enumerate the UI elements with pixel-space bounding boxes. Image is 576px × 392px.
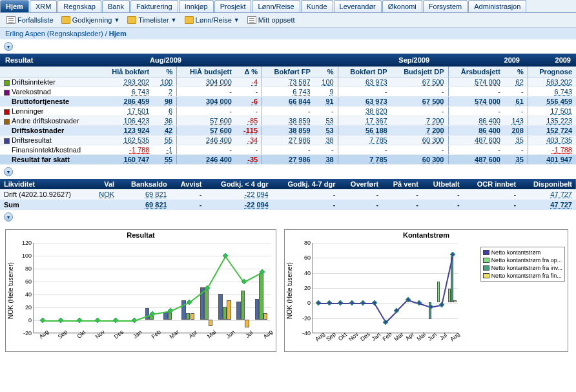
value-link[interactable]: 574 000 <box>475 98 500 105</box>
value-link[interactable]: -115 <box>243 127 258 134</box>
value-link[interactable]: 63 973 <box>365 78 387 86</box>
value-link[interactable]: 38 820 <box>365 107 387 115</box>
value-link[interactable]: -1 788 <box>552 146 572 154</box>
value-link[interactable]: 38 <box>325 156 333 163</box>
value-link[interactable]: 143 <box>511 117 523 125</box>
tab-leverandør[interactable]: Leverandør <box>334 0 382 12</box>
collapse-toggle-3[interactable]: ▾ <box>4 212 13 222</box>
value-link[interactable]: 53 <box>325 117 333 125</box>
value-link[interactable]: 69 821 <box>145 191 167 198</box>
value-link[interactable]: 6 743 <box>132 88 150 96</box>
value-link[interactable]: 67 500 <box>422 98 444 105</box>
toolbar-mittoppsett[interactable]: Mitt oppsett <box>245 15 298 25</box>
value-link[interactable]: -85 <box>247 117 258 125</box>
value-link[interactable]: 403 735 <box>546 136 572 144</box>
value-link[interactable]: -4 <box>251 78 258 86</box>
value-link[interactable]: 135 223 <box>546 117 572 125</box>
toolbar-lnnreise[interactable]: Lønn/Reise▼ <box>182 15 242 25</box>
value-link[interactable]: 123 924 <box>124 127 150 134</box>
value-link[interactable]: 55 <box>165 136 172 144</box>
value-link[interactable]: 7 200 <box>426 127 444 134</box>
value-link[interactable]: 106 423 <box>124 117 150 125</box>
value-link[interactable]: 6 743 <box>554 88 572 96</box>
value-link[interactable]: 286 459 <box>124 98 150 105</box>
value-link[interactable]: 246 400 <box>206 136 232 144</box>
value-link[interactable]: 401 947 <box>546 156 572 163</box>
value-link[interactable]: -22 094 <box>244 191 268 198</box>
value-link[interactable]: -34 <box>247 136 258 144</box>
value-link[interactable]: -1 <box>166 146 172 154</box>
value-link[interactable]: 35 <box>516 156 524 163</box>
value-link[interactable]: 53 <box>325 127 333 134</box>
tab-lønn/reise[interactable]: Lønn/Reise <box>252 0 300 12</box>
value-link[interactable]: 100 <box>161 78 172 86</box>
value-link[interactable]: 6 743 <box>293 88 311 96</box>
value-link[interactable]: 69 821 <box>145 201 167 209</box>
value-link[interactable]: 162 535 <box>124 136 150 144</box>
value-link[interactable]: 304 000 <box>206 78 232 86</box>
tab-xrm[interactable]: XRM <box>30 0 57 12</box>
value-link[interactable]: 63 973 <box>365 98 387 105</box>
value-link[interactable]: 293 202 <box>124 78 150 86</box>
value-link[interactable]: -6 <box>251 98 258 105</box>
value-link[interactable]: 57 600 <box>210 127 232 134</box>
value-link[interactable]: 62 <box>516 78 524 86</box>
value-link[interactable]: 66 844 <box>289 98 311 105</box>
value-link[interactable]: 556 459 <box>546 98 572 105</box>
value-link[interactable]: 160 747 <box>124 156 150 163</box>
value-link[interactable]: 7 200 <box>426 117 444 125</box>
value-link[interactable]: 38 <box>325 136 333 144</box>
toolbar-godkjenning[interactable]: Godkjenning▼ <box>59 15 123 25</box>
value-link[interactable]: 304 000 <box>206 98 232 105</box>
tab-fakturering[interactable]: Fakturering <box>130 0 178 12</box>
value-link[interactable]: 6 <box>169 107 172 115</box>
value-link[interactable]: 56 188 <box>365 127 387 134</box>
value-link[interactable]: 487 600 <box>475 156 500 163</box>
tab-bank[interactable]: Bank <box>102 0 130 12</box>
value-link[interactable]: 17 367 <box>365 117 387 125</box>
value-link[interactable]: 91 <box>325 98 333 105</box>
value-link[interactable]: 38 859 <box>289 127 311 134</box>
tab-regnskap[interactable]: Regnskap <box>57 0 101 12</box>
collapse-toggle[interactable]: ▾ <box>4 42 13 51</box>
value-link[interactable]: 2 <box>169 88 172 96</box>
value-link[interactable]: 246 400 <box>206 156 232 163</box>
value-link[interactable]: 98 <box>165 98 172 105</box>
tab-prosjekt[interactable]: Prosjekt <box>214 0 252 12</box>
value-link[interactable]: 563 202 <box>546 78 572 86</box>
value-link[interactable]: 100 <box>322 78 333 86</box>
value-link[interactable]: 61 <box>516 98 524 105</box>
tab-økonomi[interactable]: Økonomi <box>382 0 422 12</box>
value-link[interactable]: -35 <box>247 156 258 163</box>
toolbar-forfallsliste[interactable]: Forfallsliste <box>4 15 56 25</box>
value-link[interactable]: 17 501 <box>550 107 572 115</box>
collapse-toggle-2[interactable]: ▾ <box>4 167 13 176</box>
value-link[interactable]: NOK <box>99 191 114 198</box>
value-link[interactable]: 17 501 <box>128 107 150 115</box>
value-link[interactable]: 9 <box>330 88 334 96</box>
value-link[interactable]: 27 986 <box>289 156 311 163</box>
value-link[interactable]: 86 400 <box>478 127 500 134</box>
value-link[interactable]: 55 <box>165 156 172 163</box>
value-link[interactable]: 7 785 <box>369 156 387 163</box>
value-link[interactable]: 86 400 <box>478 117 500 125</box>
value-link[interactable]: 574 000 <box>475 78 500 86</box>
value-link[interactable]: -22 094 <box>244 201 268 209</box>
tab-hjem[interactable]: Hjem <box>0 0 29 12</box>
value-link[interactable]: 7 785 <box>369 136 387 144</box>
value-link[interactable]: -1 788 <box>129 146 149 154</box>
toolbar-timelister[interactable]: Timelister▼ <box>125 15 179 25</box>
tab-administrasjon[interactable]: Administrasjon <box>468 0 526 12</box>
value-link[interactable]: 57 600 <box>210 117 232 125</box>
value-link[interactable]: 47 727 <box>550 191 572 198</box>
value-link[interactable]: 73 587 <box>289 78 311 86</box>
tab-innkjøp[interactable]: Innkjøp <box>179 0 214 12</box>
value-link[interactable]: 42 <box>165 127 172 134</box>
tab-forsystem[interactable]: Forsystem <box>423 0 468 12</box>
value-link[interactable]: 487 600 <box>475 136 500 144</box>
value-link[interactable]: 27 986 <box>289 136 311 144</box>
tab-kunde[interactable]: Kunde <box>301 0 333 12</box>
value-link[interactable]: 208 <box>511 127 523 134</box>
value-link[interactable]: 35 <box>516 136 524 144</box>
value-link[interactable]: 152 724 <box>546 127 572 134</box>
